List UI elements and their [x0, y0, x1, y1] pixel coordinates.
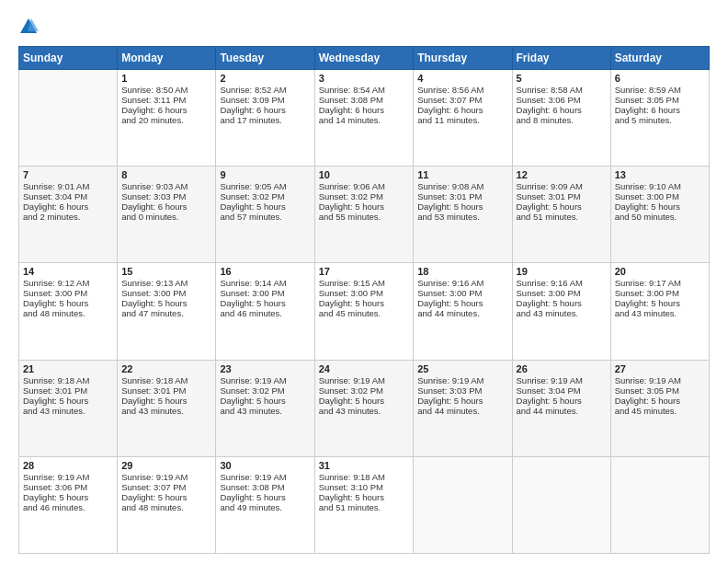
day-info-line: Sunrise: 8:52 AM — [220, 85, 310, 95]
day-number: 10 — [319, 169, 410, 180]
day-info-line: Sunrise: 9:05 AM — [220, 181, 310, 191]
day-info-line: Sunrise: 9:14 AM — [220, 278, 310, 288]
day-info-line: Sunset: 3:02 PM — [220, 191, 310, 201]
day-number: 16 — [220, 266, 310, 277]
day-info-line: Daylight: 6 hours — [23, 201, 113, 212]
day-number: 25 — [417, 363, 507, 374]
calendar-cell: 6Sunrise: 8:59 AMSunset: 3:05 PMDaylight… — [610, 70, 709, 167]
calendar-cell: 21Sunrise: 9:18 AMSunset: 3:01 PMDayligh… — [19, 360, 118, 456]
day-info-line: and 51 minutes. — [517, 212, 607, 222]
day-info-line: Sunrise: 9:12 AM — [23, 278, 113, 288]
day-info-line: and 48 minutes. — [23, 308, 113, 318]
day-header-sunday: Sunday — [19, 47, 118, 70]
calendar-cell: 26Sunrise: 9:19 AMSunset: 3:04 PMDayligh… — [512, 360, 610, 456]
day-info-line: Daylight: 5 hours — [121, 492, 211, 502]
day-info-line: Sunset: 3:00 PM — [517, 288, 607, 298]
day-number: 13 — [615, 169, 705, 180]
day-info-line: Sunrise: 9:18 AM — [121, 375, 211, 385]
day-info-line: Sunset: 3:02 PM — [220, 385, 310, 396]
day-info-line: and 43 minutes. — [517, 308, 607, 318]
calendar-cell: 3Sunrise: 8:54 AMSunset: 3:08 PMDaylight… — [314, 70, 414, 167]
calendar-week-row: 7Sunrise: 9:01 AMSunset: 3:04 PMDaylight… — [19, 167, 710, 263]
day-info-line: Sunrise: 8:56 AM — [417, 85, 507, 95]
day-info-line: Daylight: 5 hours — [319, 201, 410, 212]
day-info-line: and 44 minutes. — [417, 308, 507, 318]
day-info-line: and 17 minutes. — [220, 115, 310, 125]
day-number: 15 — [121, 266, 211, 277]
day-number: 18 — [417, 266, 507, 277]
calendar-cell — [414, 456, 512, 553]
calendar-cell: 30Sunrise: 9:19 AMSunset: 3:08 PMDayligh… — [216, 456, 314, 553]
day-info-line: Sunrise: 9:13 AM — [121, 278, 211, 288]
calendar-week-row: 28Sunrise: 9:19 AMSunset: 3:06 PMDayligh… — [19, 456, 710, 553]
day-info-line: Daylight: 5 hours — [615, 298, 705, 308]
day-info-line: Daylight: 5 hours — [319, 396, 410, 406]
calendar-cell — [512, 456, 610, 553]
calendar-week-row: 1Sunrise: 8:50 AMSunset: 3:11 PMDaylight… — [19, 70, 710, 167]
logo — [18, 17, 42, 37]
day-info-line: Sunrise: 9:16 AM — [517, 278, 607, 288]
day-info-line: Daylight: 5 hours — [121, 298, 211, 308]
day-info-line: Sunrise: 8:54 AM — [319, 85, 410, 95]
day-info-line: Daylight: 5 hours — [517, 396, 607, 406]
day-number: 28 — [23, 460, 113, 471]
day-info-line: Sunset: 3:02 PM — [319, 385, 410, 396]
calendar-cell: 14Sunrise: 9:12 AMSunset: 3:00 PMDayligh… — [19, 263, 118, 360]
calendar-cell — [19, 70, 118, 167]
day-number: 4 — [417, 73, 507, 84]
calendar-cell: 15Sunrise: 9:13 AMSunset: 3:00 PMDayligh… — [118, 263, 216, 360]
day-info-line: Daylight: 6 hours — [615, 105, 705, 115]
calendar-cell: 28Sunrise: 9:19 AMSunset: 3:06 PMDayligh… — [19, 456, 118, 553]
day-info-line: Sunset: 3:00 PM — [121, 288, 211, 298]
day-info-line: Sunset: 3:01 PM — [417, 191, 507, 201]
day-number: 19 — [517, 266, 607, 277]
day-info-line: and 14 minutes. — [319, 115, 410, 125]
calendar-cell: 4Sunrise: 8:56 AMSunset: 3:07 PMDaylight… — [414, 70, 512, 167]
calendar-header-row: SundayMondayTuesdayWednesdayThursdayFrid… — [19, 47, 710, 70]
calendar-cell: 22Sunrise: 9:18 AMSunset: 3:01 PMDayligh… — [118, 360, 216, 456]
day-header-friday: Friday — [512, 47, 610, 70]
day-header-thursday: Thursday — [414, 47, 512, 70]
day-info-line: and 51 minutes. — [319, 502, 410, 512]
day-info-line: Daylight: 6 hours — [121, 105, 211, 115]
day-info-line: Sunset: 3:05 PM — [615, 385, 705, 396]
day-number: 12 — [517, 169, 607, 180]
day-info-line: Daylight: 6 hours — [220, 105, 310, 115]
day-info-line: Sunset: 3:01 PM — [517, 191, 607, 201]
day-info-line: and 8 minutes. — [517, 115, 607, 125]
day-number: 6 — [615, 73, 705, 84]
day-info-line: and 44 minutes. — [417, 406, 507, 416]
day-info-line: Sunrise: 8:59 AM — [615, 85, 705, 95]
day-info-line: Daylight: 6 hours — [417, 105, 507, 115]
day-info-line: Sunrise: 9:19 AM — [319, 375, 410, 385]
day-info-line: Sunset: 3:00 PM — [615, 288, 705, 298]
day-info-line: Sunset: 3:07 PM — [121, 482, 211, 492]
day-info-line: Daylight: 5 hours — [319, 492, 410, 502]
day-info-line: Daylight: 5 hours — [615, 396, 705, 406]
day-info-line: Daylight: 5 hours — [417, 298, 507, 308]
day-info-line: Sunrise: 9:19 AM — [121, 472, 211, 482]
day-info-line: Daylight: 5 hours — [23, 492, 113, 502]
day-info-line: and 57 minutes. — [220, 212, 310, 222]
day-info-line: and 43 minutes. — [220, 406, 310, 416]
calendar-cell: 25Sunrise: 9:19 AMSunset: 3:03 PMDayligh… — [414, 360, 512, 456]
day-info-line: and 43 minutes. — [121, 406, 211, 416]
day-info-line: Sunset: 3:07 PM — [417, 95, 507, 105]
page: SundayMondayTuesdayWednesdayThursdayFrid… — [0, 0, 728, 563]
calendar-cell: 10Sunrise: 9:06 AMSunset: 3:02 PMDayligh… — [314, 167, 414, 263]
day-info-line: and 11 minutes. — [417, 115, 507, 125]
day-number: 11 — [417, 169, 507, 180]
calendar-cell: 29Sunrise: 9:19 AMSunset: 3:07 PMDayligh… — [118, 456, 216, 553]
day-info-line: Daylight: 5 hours — [417, 396, 507, 406]
day-info-line: Sunrise: 9:19 AM — [23, 472, 113, 482]
calendar-cell: 8Sunrise: 9:03 AMSunset: 3:03 PMDaylight… — [118, 167, 216, 263]
calendar-cell: 5Sunrise: 8:58 AMSunset: 3:06 PMDaylight… — [512, 70, 610, 167]
calendar-cell: 12Sunrise: 9:09 AMSunset: 3:01 PMDayligh… — [512, 167, 610, 263]
calendar-cell: 24Sunrise: 9:19 AMSunset: 3:02 PMDayligh… — [314, 360, 414, 456]
calendar-cell: 23Sunrise: 9:19 AMSunset: 3:02 PMDayligh… — [216, 360, 314, 456]
day-info-line: Sunrise: 8:50 AM — [121, 85, 211, 95]
day-info-line: and 43 minutes. — [23, 406, 113, 416]
day-info-line: Sunset: 3:00 PM — [23, 288, 113, 298]
day-info-line: Daylight: 5 hours — [417, 201, 507, 212]
day-number: 2 — [220, 73, 310, 84]
